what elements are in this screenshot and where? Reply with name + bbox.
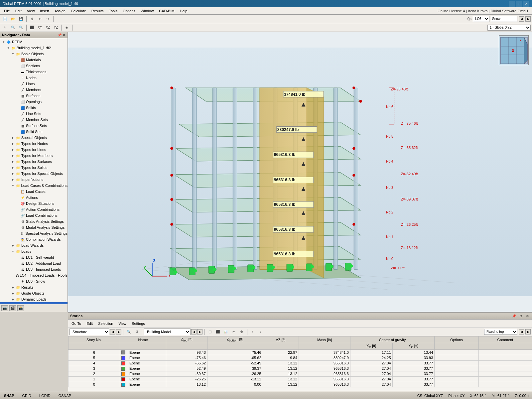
tree-load-cases-combos[interactable]: ▼ 📁 Load Cases & Combinations: [0, 183, 67, 189]
panel-tb-btn5[interactable]: 🗑: [238, 328, 245, 335]
tree-basic-objects[interactable]: ▼ 📁 Basic Objects: [0, 51, 67, 57]
tree-types-members[interactable]: ▶ 📁 Types for Members: [0, 153, 67, 159]
exp-tmembers[interactable]: ▶: [11, 154, 15, 157]
tree-imperfections[interactable]: ▶ 📁 Imperfections: [0, 177, 67, 183]
tree-line-sets[interactable]: ╱ Line Sets: [0, 111, 67, 117]
lc-prev-button[interactable]: ◀: [519, 16, 524, 22]
status-osnap[interactable]: OSNAP: [57, 393, 73, 398]
fixed-top-dropdown[interactable]: Fixed to top: [484, 329, 517, 335]
view-3d-button[interactable]: ⬛: [28, 24, 36, 31]
undo-button[interactable]: ↩: [36, 15, 44, 23]
status-lgrid[interactable]: LGRID: [38, 393, 52, 398]
tree-types-lines[interactable]: ▶ 📁 Types for Lines: [0, 147, 67, 153]
tree-design-situations[interactable]: 🎯 Design Situations: [0, 200, 67, 206]
tree-types-nodes[interactable]: ▶ 📁 Types for Nodes: [0, 141, 67, 147]
navigator-pin-icon[interactable]: 📌: [58, 33, 62, 37]
menu-tools[interactable]: Tools: [106, 8, 120, 14]
menu-insert[interactable]: Insert: [37, 8, 52, 14]
model-next-button[interactable]: ▶: [197, 329, 202, 334]
panel-tb-btn7[interactable]: ↓: [257, 328, 264, 335]
exp-special[interactable]: ▶: [11, 136, 15, 139]
structure-dropdown[interactable]: Structure: [69, 329, 109, 335]
exp-results[interactable]: ▶: [11, 286, 15, 289]
exp-dl[interactable]: ▶: [11, 298, 15, 301]
close-button[interactable]: ✕: [523, 1, 529, 7]
panel-filter-button[interactable]: 🔍: [125, 328, 132, 335]
exp-tsurfaces[interactable]: ▶: [11, 160, 15, 163]
exp-tsolids[interactable]: ▶: [11, 166, 15, 169]
tree-load-wizards[interactable]: ▶ 📁 Load Wizards: [0, 242, 67, 248]
tree-combination-wizards[interactable]: 🧙 Combination Wizards: [0, 236, 67, 242]
tree-load-cases[interactable]: 📋 Load Cases: [0, 189, 67, 195]
minimize-button[interactable]: ─: [509, 1, 515, 7]
status-snap[interactable]: SNAP: [3, 393, 16, 398]
table-row[interactable]: 5 Ebene -75.46 -65.62 9.84 830247.9 24.2…: [68, 355, 532, 360]
panel-menu-settings[interactable]: Settings: [130, 321, 147, 326]
menu-window[interactable]: Window: [138, 8, 156, 14]
panel-tb-btn6[interactable]: ↑: [249, 328, 256, 335]
tree-materials[interactable]: 🟫 Materials: [0, 57, 67, 63]
table-row[interactable]: 1 Ebene -26.25 -13.12 13.12 965316.3 27.…: [68, 376, 532, 382]
panel-maximize-button[interactable]: □: [518, 313, 523, 319]
exp-lw[interactable]: ▶: [11, 244, 15, 247]
tree-thicknesses[interactable]: ▬ Thicknesses: [0, 69, 67, 75]
tree-rfem[interactable]: ▼ 🔷 RFEM: [0, 39, 67, 45]
tree-members[interactable]: ╱ Members: [0, 87, 67, 93]
menu-view[interactable]: View: [24, 8, 38, 14]
nav-photo-button[interactable]: 📸: [17, 305, 24, 311]
table-row[interactable]: 3 Ebene -52.49 -39.37 13.12 965316.3 27.…: [68, 366, 532, 371]
exp-lcc[interactable]: ▼: [11, 184, 15, 187]
panel-tb-btn4[interactable]: ✂: [230, 328, 237, 335]
table-row[interactable]: 6 Ebene -98.43 -75.46 22.97 374841.0 17.…: [68, 350, 532, 355]
exp-tspecial[interactable]: ▶: [11, 172, 15, 175]
save-button[interactable]: 💾: [17, 15, 25, 23]
status-grid[interactable]: GRID: [21, 393, 33, 398]
panel-tb-btn2[interactable]: ⬛: [214, 328, 221, 335]
redo-button[interactable]: ↪: [44, 15, 52, 23]
expand-model[interactable]: ▼: [6, 47, 11, 50]
panel-menu-view[interactable]: View: [116, 321, 128, 326]
tree-special-objects[interactable]: ▶ 📁 Special Objects: [0, 135, 67, 141]
fixed-prev-button[interactable]: ◀: [519, 329, 524, 334]
panel-tb-btn3[interactable]: 📊: [222, 328, 229, 335]
new-button[interactable]: 📄: [1, 15, 9, 23]
navigator-close-icon[interactable]: ✕: [63, 33, 66, 37]
panel-pin-button[interactable]: 📌: [511, 313, 517, 319]
table-row[interactable]: 0 Ebene -13.12 0.00 13.12 965316.3 27.04…: [68, 382, 532, 387]
render-button[interactable]: ◈: [63, 24, 70, 31]
tree-actions[interactable]: ⚡ Actions: [0, 195, 67, 200]
panel-menu-goto[interactable]: Go To: [69, 321, 83, 326]
menu-assign[interactable]: Assign: [52, 8, 68, 14]
exp-imperf[interactable]: ▶: [11, 178, 15, 181]
menu-results[interactable]: Results: [89, 8, 106, 14]
fixed-next-button[interactable]: ▶: [525, 329, 531, 334]
expand-basic[interactable]: ▼: [11, 53, 15, 56]
select-button[interactable]: ↖: [1, 24, 9, 31]
tree-surfaces[interactable]: ▦ Surfaces: [0, 93, 67, 99]
nav-camera-button[interactable]: 📷: [1, 305, 8, 311]
zoom-in-button[interactable]: 🔍: [9, 24, 17, 31]
exp-loads[interactable]: ▼: [11, 250, 15, 253]
tree-lines[interactable]: ╱ Lines: [0, 81, 67, 87]
stories-table-container[interactable]: Story No. Name Ztop [ft] Zbottom [ft] ΔZ…: [68, 336, 532, 391]
panel-menu-edit[interactable]: Edit: [84, 321, 95, 326]
tree-model[interactable]: ▼ 📁 Building model_1.rf6*: [0, 45, 67, 51]
orientation-cube[interactable]: X +: [499, 35, 529, 65]
menu-help[interactable]: Help: [177, 8, 190, 14]
menu-options[interactable]: Options: [120, 8, 138, 14]
tree-lc4[interactable]: ⚖ LC4 - Imposed Loads - Roofs: [0, 272, 67, 278]
tree-solid-sets[interactable]: 🟦 Solid Sets: [0, 129, 67, 135]
menu-calculate[interactable]: Calculate: [68, 8, 89, 14]
table-row[interactable]: 4 Ebene -65.62 -52.49 13.12 965316.3 27.…: [68, 360, 532, 366]
view-xy-button[interactable]: XY: [36, 24, 44, 31]
tree-load-combinations[interactable]: 🔗 Load Combinations: [0, 212, 67, 218]
struct-next-button[interactable]: ▶: [116, 329, 121, 334]
tree-lc2[interactable]: ⚖ LC2 - Additional Load: [0, 260, 67, 266]
tree-action-combinations[interactable]: 🔗 Action Combinations: [0, 206, 67, 212]
loadcase-name-input[interactable]: [491, 16, 517, 22]
tree-solids[interactable]: 🟦 Solids: [0, 105, 67, 111]
zoom-out-button[interactable]: 🔍: [17, 24, 25, 31]
tree-loads[interactable]: ▼ 📁 Loads: [0, 248, 67, 254]
tree-results[interactable]: ▶ 📁 Results: [0, 284, 67, 290]
tree-guide-objects[interactable]: ▶ 📁 Guide Objects: [0, 290, 67, 296]
